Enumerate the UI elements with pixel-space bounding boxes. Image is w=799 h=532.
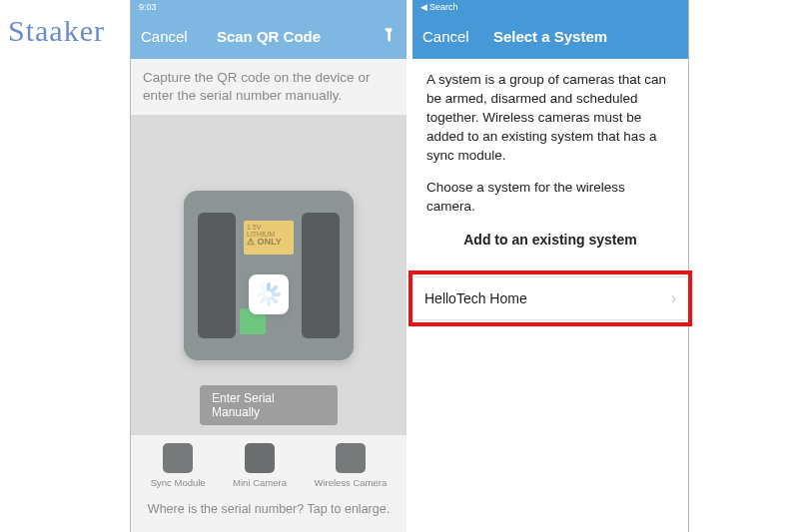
system-description: A system is a group of cameras that can … — [426, 71, 674, 165]
status-bar: ◀ Search — [412, 0, 688, 14]
phone-scan-qr: 9:03 Cancel Scan QR Code Capture the QR … — [131, 0, 406, 532]
system-row-hellotech[interactable]: HelloTech Home › — [414, 276, 686, 320]
phone-select-system: ◀ Search Cancel Select a System A system… — [412, 0, 688, 532]
nav-bar: Cancel Scan QR Code — [131, 14, 406, 59]
status-bar: 9:03 — [131, 0, 406, 14]
lithium-sticker: 1.5V LITHIUM ⚠ ONLY — [244, 221, 294, 255]
screenshot-pair: 9:03 Cancel Scan QR Code Capture the QR … — [130, 0, 689, 532]
cancel-button[interactable]: Cancel — [141, 28, 188, 45]
device-option-wireless-camera[interactable]: Wireless Camera — [314, 443, 387, 488]
section-header: Add to an existing system — [426, 231, 674, 251]
instruction-text: Capture the QR code on the device or ent… — [131, 59, 406, 115]
status-time: 9:03 — [139, 2, 157, 12]
serial-help-link[interactable]: Where is the serial number? Tap to enlar… — [131, 492, 406, 532]
device-option-mini-camera[interactable]: Mini Camera — [233, 443, 287, 488]
chevron-right-icon: › — [671, 289, 676, 307]
watermark-logo: Staaker — [8, 14, 105, 48]
nav-bar: Cancel Select a System — [412, 14, 688, 59]
device-option-label: Mini Camera — [233, 477, 287, 488]
system-name: HelloTech Home — [424, 290, 527, 306]
enter-serial-manually-button[interactable]: Enter Serial Manually — [200, 385, 338, 425]
cancel-button[interactable]: Cancel — [422, 28, 469, 45]
loading-spinner — [249, 274, 289, 314]
back-to-search[interactable]: ◀ Search — [420, 2, 458, 12]
highlight-box: HelloTech Home › — [408, 270, 692, 326]
wireless-camera-icon — [336, 443, 366, 473]
mini-camera-icon — [245, 443, 275, 473]
device-option-label: Wireless Camera — [314, 477, 387, 488]
device-option-sync-module[interactable]: Sync Module — [151, 443, 206, 488]
flashlight-icon[interactable] — [381, 27, 397, 46]
content-body: A system is a group of cameras that can … — [412, 59, 688, 270]
device-type-row: Sync Module Mini Camera Wireless Camera — [131, 435, 406, 492]
camera-viewfinder: 1.5V LITHIUM ⚠ ONLY Enter Serial Manuall… — [131, 115, 406, 435]
device-option-label: Sync Module — [151, 477, 206, 488]
sync-module-icon — [163, 443, 193, 473]
choose-prompt: Choose a system for the wireless camera. — [426, 179, 674, 217]
